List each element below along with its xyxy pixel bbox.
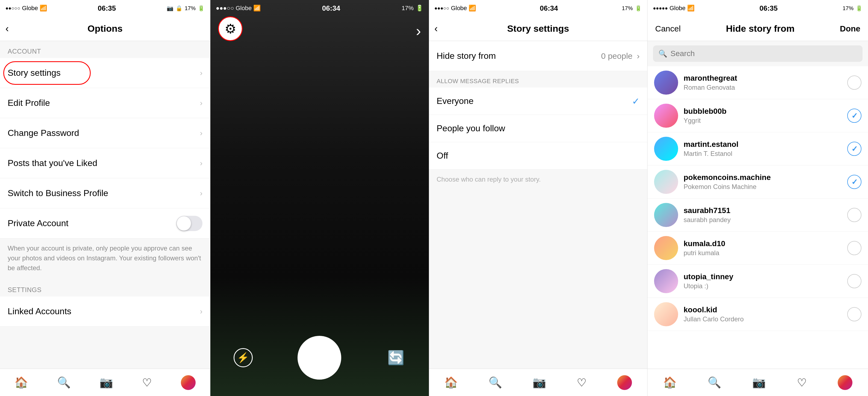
avatar-pokemoncoins [654, 170, 678, 194]
hide-story-label: Hide story from [437, 51, 496, 61]
camera-controls: ⚡ 🔄 [210, 336, 429, 379]
status-right-3: 17% 🔋 [622, 5, 642, 11]
profile-avatar-1[interactable] [181, 375, 196, 390]
fullname-kumala-d10: putri kumala [684, 249, 842, 257]
cam-wifi: 📶 [253, 5, 261, 12]
username-pokemoncoins: pokemoncoins.machine [684, 173, 842, 182]
reply-desc: Choose who can reply to your story. [429, 170, 647, 191]
user-row-kumala-d10[interactable]: kumala.d10putri kumala [648, 232, 868, 265]
search-icon-4: 🔍 [658, 50, 667, 58]
user-info-pokemoncoins: pokemoncoins.machinePokemon Coins Machin… [684, 173, 842, 191]
checkbox-pokemoncoins[interactable] [847, 175, 862, 189]
reply-option-people-follow[interactable]: People you follow [429, 115, 647, 142]
posts-liked-label: Posts that you've Liked [8, 158, 97, 168]
profile-avatar-4[interactable] [838, 375, 852, 390]
hide-story-right: 0 people › [601, 51, 640, 61]
off-label: Off [437, 151, 448, 161]
hide-story-header: Cancel Hide story from Done [648, 17, 868, 41]
status-left-1: ●●○○○ Globe 📶 [5, 5, 47, 12]
status-left-3: ●●●○○ Globe 📶 [434, 5, 476, 12]
user-row-utopia-tinney[interactable]: utopia_tinneyUtopia :) [648, 265, 868, 298]
checkbox-utopia-tinney[interactable] [847, 274, 862, 288]
user-row-koool-kid[interactable]: koool.kidJullan Carlo Cordero [648, 298, 868, 331]
username-saurabh7151: saurabh7151 [684, 206, 842, 215]
battery-4: 17% [843, 5, 854, 11]
user-row-saurabh7151[interactable]: saurabh7151saurabh pandey [648, 199, 868, 232]
menu-item-business-profile[interactable]: Switch to Business Profile › [0, 178, 210, 208]
story-settings-label: Story settings [8, 68, 61, 78]
reply-option-everyone[interactable]: Everyone ✓ [429, 87, 647, 115]
flash-button[interactable]: ⚡ [232, 347, 254, 369]
checkbox-bubbleb00b[interactable] [847, 109, 862, 123]
checkbox-saurabh7151[interactable] [847, 208, 862, 222]
home-icon-4[interactable]: 🏠 [663, 376, 677, 389]
checkbox-martint-estanol[interactable] [847, 142, 862, 156]
signal-3: ●●●○○ [434, 5, 449, 11]
avatar-koool-kid [654, 302, 678, 326]
hide-story-count: 0 people [601, 51, 632, 61]
cam-battery-icon: 🔋 [416, 5, 423, 12]
home-icon-1[interactable]: 🏠 [14, 376, 28, 389]
checkbox-koool-kid[interactable] [847, 307, 862, 321]
user-row-martint-estanol[interactable]: martint.estanolMartin T. Estanol [648, 132, 868, 166]
fullname-utopia-tinney: Utopia :) [684, 282, 842, 290]
heart-icon-3[interactable]: ♡ [577, 376, 587, 389]
user-info-saurabh7151: saurabh7151saurabh pandey [684, 206, 842, 224]
cam-time: 06:34 [322, 4, 340, 12]
avatar-utopia-tinney [654, 269, 678, 293]
profile-avatar-3[interactable] [617, 375, 632, 390]
change-password-label: Change Password [8, 128, 79, 138]
menu-item-story-settings[interactable]: Story settings › [0, 58, 210, 88]
hide-story-row[interactable]: Hide story from 0 people › [429, 41, 647, 71]
menu-item-posts-liked[interactable]: Posts that you've Liked › [0, 148, 210, 178]
private-account-toggle[interactable] [176, 216, 203, 231]
done-button[interactable]: Done [840, 24, 860, 33]
camera-next-button[interactable]: › [416, 22, 421, 40]
user-row-maronthegreat[interactable]: maronthegreatRoman Genovata [648, 66, 868, 99]
flip-camera-button[interactable]: 🔄 [385, 347, 407, 369]
signal-4: ●●●●● [653, 5, 668, 11]
back-button-3[interactable]: ‹ [434, 23, 438, 34]
wifi-icon-1: 📶 [40, 5, 47, 12]
menu-item-change-password[interactable]: Change Password › [0, 118, 210, 148]
search-bar[interactable]: 🔍 [653, 46, 863, 62]
page-title-3: Story settings [507, 23, 569, 34]
menu-item-linked-accounts[interactable]: Linked Accounts › [0, 296, 210, 327]
camera-icon-1[interactable]: 📷 [99, 376, 113, 389]
avatar-martint-estanol [654, 137, 678, 161]
search-input[interactable] [671, 49, 857, 58]
username-koool-kid: koool.kid [684, 306, 842, 314]
fullname-saurabh7151: saurabh pandey [684, 216, 842, 224]
business-profile-label: Switch to Business Profile [8, 188, 108, 198]
heart-icon-4[interactable]: ♡ [797, 376, 807, 389]
time-1: 06:35 [98, 4, 116, 12]
home-icon-3[interactable]: 🏠 [444, 376, 458, 389]
search-icon-nav-4[interactable]: 🔍 [708, 376, 721, 389]
camera-icon-4[interactable]: 📷 [752, 376, 766, 389]
gear-button[interactable]: ⚙ [218, 17, 243, 41]
camera-status-left: ●●●○○ Globe 📶 [216, 5, 261, 12]
back-button-1[interactable]: ‹ [5, 23, 9, 34]
cancel-button[interactable]: Cancel [655, 24, 681, 33]
camera-status-right: 17% 🔋 [402, 5, 423, 12]
search-icon-1[interactable]: 🔍 [57, 376, 71, 389]
search-icon-3[interactable]: 🔍 [489, 376, 502, 389]
capture-button[interactable] [298, 336, 341, 379]
checkbox-maronthegreat[interactable] [847, 76, 862, 90]
page-title-1: Options [87, 23, 122, 34]
heart-icon-1[interactable]: ♡ [142, 376, 152, 389]
camera-icon-status: 📷 [167, 5, 174, 11]
user-row-bubbleb00b[interactable]: bubbleb00bYggrit [648, 99, 868, 132]
chevron-linked-accounts: › [200, 307, 203, 316]
checkbox-kumala-d10[interactable] [847, 241, 862, 255]
menu-item-edit-profile[interactable]: Edit Profile › [0, 88, 210, 118]
reply-option-off[interactable]: Off [429, 142, 647, 170]
user-info-bubbleb00b: bubbleb00bYggrit [684, 107, 842, 124]
camera-icon-3[interactable]: 📷 [532, 376, 546, 389]
username-bubbleb00b: bubbleb00b [684, 107, 842, 116]
status-left-4: ●●●●● Globe 📶 [653, 5, 694, 12]
fullname-bubbleb00b: Yggrit [684, 117, 842, 124]
user-row-pokemoncoins[interactable]: pokemoncoins.machinePokemon Coins Machin… [648, 166, 868, 199]
cam-signal: ●●●○○ [216, 5, 234, 12]
bottom-nav-1: 🏠 🔍 📷 ♡ [0, 369, 210, 396]
